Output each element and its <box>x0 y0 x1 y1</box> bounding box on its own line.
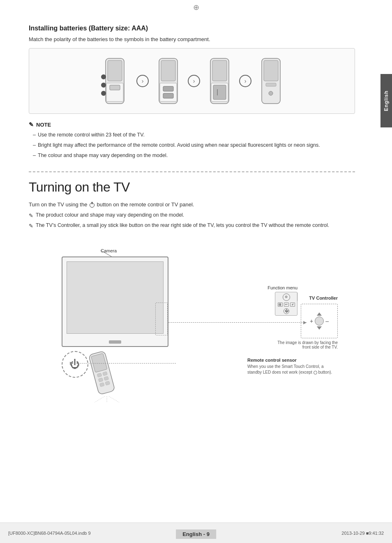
func-icon-b: ↩ <box>284 303 289 307</box>
svg-line-34 <box>109 396 119 402</box>
svg-rect-8 <box>161 60 175 81</box>
sensor-connect-line <box>70 361 193 365</box>
svg-rect-3 <box>110 85 120 90</box>
battery-step-3 <box>204 54 235 108</box>
svg-point-4 <box>101 74 106 79</box>
language-tab: English <box>380 74 392 127</box>
tv-screen <box>67 261 164 334</box>
svg-point-5 <box>101 83 106 88</box>
battery-step-2-img <box>153 54 184 108</box>
function-menu-icon-1: ⚙ <box>283 293 290 301</box>
page-footer: [UF8000-XC]BN68-04794A-05L04.indb 9 Engl… <box>0 522 392 543</box>
note-inline-icon-2: ✎ <box>29 222 33 230</box>
svg-rect-18 <box>264 60 278 81</box>
minus-label: – <box>325 318 329 324</box>
tv-section-title: Turning on the TV <box>29 180 355 195</box>
svg-point-20 <box>269 91 273 95</box>
function-menu-area: Function menu ⚙ ▤ ↩ ↲ ⏻ <box>267 285 297 316</box>
joystick-down <box>317 326 322 330</box>
joystick-center <box>315 317 324 326</box>
svg-rect-15 <box>213 85 226 99</box>
tv-note-1: ✎ The product colour and shape may vary … <box>29 211 355 220</box>
note-inline-icon-1: ✎ <box>29 212 33 220</box>
remote-sketch <box>86 349 127 404</box>
func-icon-c: ↲ <box>290 303 295 307</box>
svg-rect-13 <box>212 60 227 81</box>
svg-rect-11 <box>163 93 173 98</box>
func-icon-a: ▤ <box>278 303 283 307</box>
svg-marker-36 <box>70 362 73 365</box>
page-number: English - 9 <box>182 531 210 537</box>
battery-intro-text: Match the polarity of the batteries to t… <box>29 36 355 42</box>
note-list: Use the remote control within 23 feet of… <box>29 131 355 159</box>
tv-note-1-text: The product colour and shape may vary de… <box>36 211 184 220</box>
tv-intro-text: Turn on the TV using the button on the r… <box>29 201 355 209</box>
joystick-area <box>315 312 324 330</box>
battery-step-1 <box>97 54 132 108</box>
func-icon-power: ⏻ <box>284 308 289 314</box>
function-menu-icon-row: ▤ ↩ ↲ <box>278 303 295 307</box>
function-menu-line <box>293 293 297 301</box>
note-header: ✎ NOTE <box>29 121 355 128</box>
battery-diagram: › › <box>29 48 355 114</box>
svg-rect-9 <box>160 83 177 102</box>
battery-arrow-2: › <box>188 75 200 87</box>
note-label: NOTE <box>36 122 51 128</box>
tv-controller-label: TV Controller <box>309 296 338 300</box>
svg-point-6 <box>101 91 106 96</box>
note-item-2: Bright light may affect the performance … <box>33 141 355 149</box>
battery-arrow-1: › <box>136 75 149 87</box>
sensor-label-area: Remote control sensor When you use the S… <box>247 358 338 375</box>
battery-section: Installing batteries (Battery size: AAA)… <box>29 25 355 159</box>
tv-note-2: ✎ The TV’s Controller, a small joy stick… <box>29 222 355 230</box>
svg-rect-10 <box>163 86 173 91</box>
tv-controller-dashed-box: + – <box>301 304 338 338</box>
battery-step-1-img <box>97 54 132 108</box>
reg-mark-top: ⊕ <box>192 3 200 12</box>
language-tab-label: English <box>383 90 389 111</box>
plus-label: + <box>310 318 313 324</box>
tv-screen-box <box>62 256 168 347</box>
note-item-3: The colour and shape may vary depending … <box>33 152 355 159</box>
note-section: ✎ NOTE Use the remote control within 23 … <box>29 121 355 159</box>
battery-step-2 <box>153 54 184 108</box>
function-menu-label: Function menu <box>267 285 297 290</box>
battery-arrow-3: › <box>239 75 251 87</box>
controller-content: + – <box>310 312 329 330</box>
tv-controller-caption: The image is drawn by facing the front s… <box>272 340 338 349</box>
svg-rect-1 <box>108 60 122 81</box>
tv-controller-indicator <box>155 303 168 335</box>
tv-controller-caption-text: The image is drawn by facing the front s… <box>277 340 338 349</box>
remote-svg <box>86 349 127 402</box>
page-number-box: English - 9 <box>176 529 216 539</box>
footer-right-text: 2013-10-29 ■9:41:32 <box>341 531 384 536</box>
battery-section-title: Installing batteries (Battery size: AAA) <box>29 25 355 32</box>
reg-mark-right-top <box>380 3 389 12</box>
tv-note-2-text: The TV’s Controller, a small joy stick l… <box>36 222 329 230</box>
dashed-arrow-line <box>168 322 307 323</box>
reg-mark-left-top <box>3 3 12 12</box>
tv-stand <box>109 340 121 344</box>
footer-left-text: [UF8000-XC]BN68-04794A-05L04.indb 9 <box>8 531 91 536</box>
note-item-1: Use the remote control within 23 feet of… <box>33 131 355 139</box>
battery-step-4-img <box>256 54 286 108</box>
battery-step-4 <box>256 54 286 108</box>
note-icon: ✎ <box>29 121 34 128</box>
section-divider <box>29 171 355 172</box>
tv-section: Turning on the TV Turn on the TV using t… <box>29 180 355 413</box>
tv-diagram: Camera Function menu <box>29 240 355 413</box>
svg-rect-19 <box>266 83 276 86</box>
svg-line-32 <box>95 396 105 402</box>
sensor-label-title: Remote control sensor <box>247 358 338 363</box>
joystick-up <box>317 312 322 316</box>
tv-controller-label-area: TV Controller <box>309 295 338 301</box>
sensor-label-text: When you use the Smart Touch Control, a … <box>247 364 338 375</box>
battery-step-3-img <box>204 54 235 108</box>
